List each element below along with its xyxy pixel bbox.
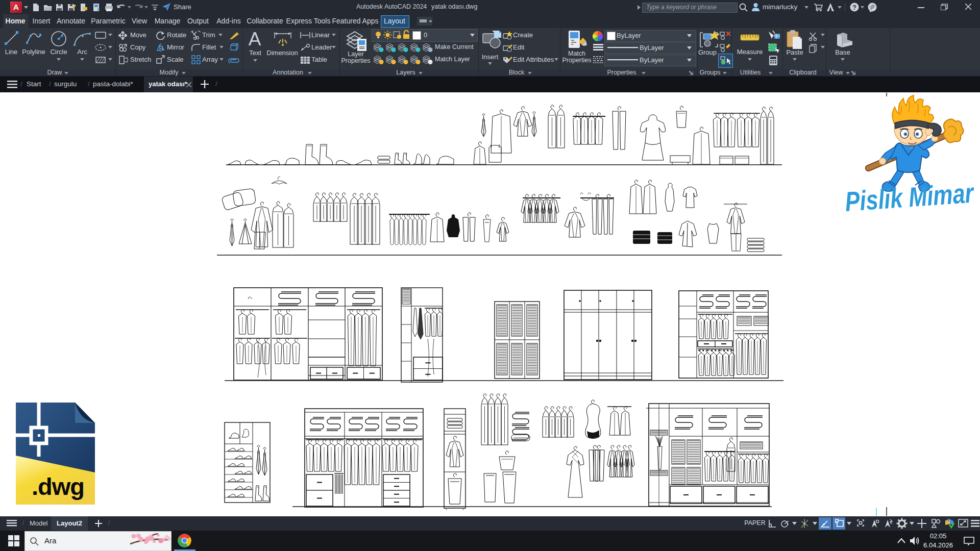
svg-text:.dwg: .dwg (32, 473, 84, 500)
